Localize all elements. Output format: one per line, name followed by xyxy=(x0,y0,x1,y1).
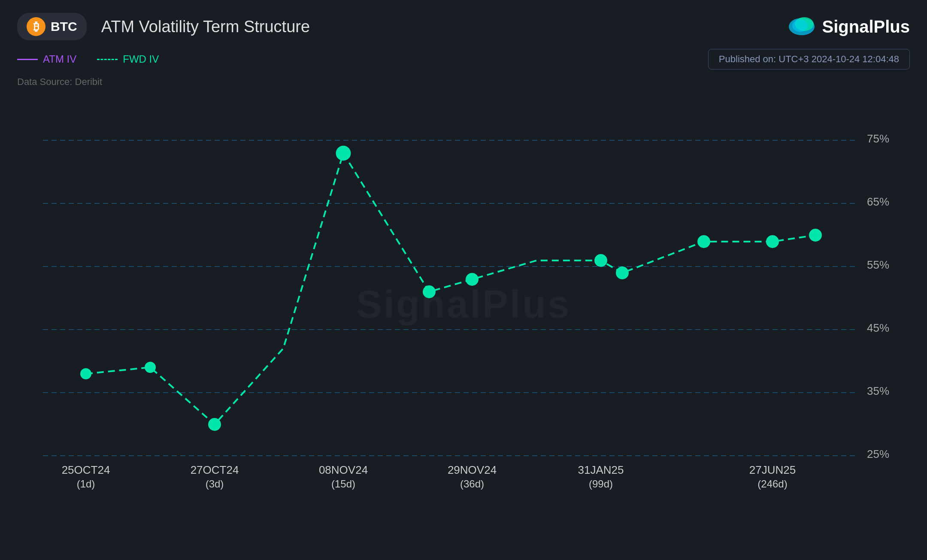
fwd-dot-27jun25-end xyxy=(809,229,821,241)
x-label-27jun25-date: 27JUN25 xyxy=(749,463,796,476)
logo-area: SignalPlus xyxy=(788,16,910,37)
data-source: Data Source: Deribit xyxy=(17,76,910,88)
legend-items: ATM IV FWD IV xyxy=(17,53,159,65)
y-label-55: 55% xyxy=(867,258,889,271)
y-label-65: 65% xyxy=(867,195,889,208)
chart-area: SignalPlus 75% 65% 55% 45% 35% 25% xyxy=(17,100,910,508)
x-label-27oct24-days: (3d) xyxy=(206,478,224,490)
published-text: Published on: UTC+3 2024-10-24 12:04:48 xyxy=(719,54,899,64)
legend-fwd: FWD IV xyxy=(97,53,159,65)
fwd-dot-27jun25-first xyxy=(698,236,710,248)
legend-row: ATM IV FWD IV Published on: UTC+3 2024-1… xyxy=(17,49,910,70)
btc-badge: ₿ BTC xyxy=(17,13,87,40)
x-label-31jan25-days: (99d) xyxy=(589,478,613,490)
fwd-dot-31jan25-first xyxy=(595,254,607,266)
chart-title: ATM Volatility Term Structure xyxy=(101,18,310,36)
btc-label: BTC xyxy=(51,19,77,34)
fwd-dot-25oct24 xyxy=(81,369,91,379)
x-label-29nov24-date: 29NOV24 xyxy=(448,463,497,476)
header-left: ₿ BTC ATM Volatility Term Structure xyxy=(17,13,310,40)
y-label-35: 35% xyxy=(867,384,889,397)
x-label-27jun25-days: (246d) xyxy=(757,478,787,490)
fwd-dot-27oct24-first xyxy=(145,362,155,372)
main-container: ₿ BTC ATM Volatility Term Structure Sign… xyxy=(0,0,927,560)
fwd-iv-line xyxy=(86,153,815,424)
signalplus-logo-icon xyxy=(788,16,815,37)
x-label-29nov24-days: (36d) xyxy=(460,478,484,490)
chart-svg: 75% 65% 55% 45% 35% 25% 25OCT24 (1d xyxy=(17,100,910,508)
x-label-08nov24-days: (15d) xyxy=(331,478,355,490)
fwd-label: FWD IV xyxy=(123,53,159,65)
x-label-27oct24-date: 27OCT24 xyxy=(191,463,239,476)
fwd-dot-27jun25-second xyxy=(766,236,779,248)
x-label-08nov24-date: 08NOV24 xyxy=(319,463,368,476)
atm-line-indicator xyxy=(17,59,38,60)
fwd-line-indicator xyxy=(97,59,118,60)
y-label-45: 45% xyxy=(867,321,889,334)
fwd-dot-29nov24-first xyxy=(423,286,435,298)
btc-icon: ₿ xyxy=(27,17,45,36)
svg-point-2 xyxy=(792,20,808,32)
fwd-dot-08nov24-peak xyxy=(336,146,350,160)
x-label-25oct24-date: 25OCT24 xyxy=(62,463,110,476)
y-label-75: 75% xyxy=(867,132,889,145)
fwd-dot-27oct24-low xyxy=(209,418,221,430)
fwd-dot-29nov24-second xyxy=(466,273,478,285)
legend-atm: ATM IV xyxy=(17,53,76,65)
x-label-25oct24-days: (1d) xyxy=(77,478,95,490)
y-label-25: 25% xyxy=(867,448,889,460)
x-label-31jan25-date: 31JAN25 xyxy=(578,463,624,476)
logo-text: SignalPlus xyxy=(822,17,910,36)
header: ₿ BTC ATM Volatility Term Structure Sign… xyxy=(17,13,910,40)
fwd-dot-31jan25-dip xyxy=(616,267,628,279)
published-badge: Published on: UTC+3 2024-10-24 12:04:48 xyxy=(708,49,910,70)
atm-label: ATM IV xyxy=(43,53,76,65)
